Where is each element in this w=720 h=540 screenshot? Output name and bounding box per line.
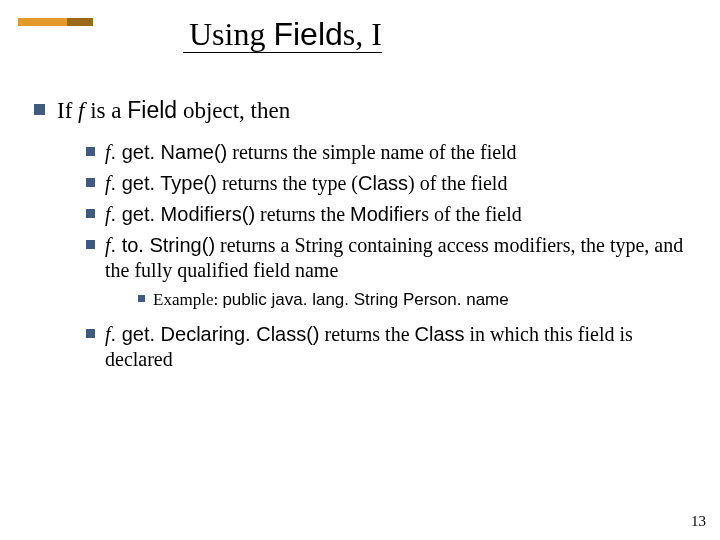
code: . get. Declaring. Class() <box>111 323 320 345</box>
bullet-text: Example: public java. lang. String Perso… <box>153 289 696 310</box>
code: . get. Modifiers() <box>111 203 255 225</box>
code: . get. Name() <box>111 141 228 163</box>
page-number: 13 <box>691 513 706 530</box>
bullet-level2: f. get. Modifiers() returns the Modifier… <box>86 202 696 227</box>
t: returns the <box>255 203 350 225</box>
bullet-text: f. get. Name() returns the simple name o… <box>105 140 696 165</box>
bullet-text: f. get. Modifiers() returns the Modifier… <box>105 202 696 227</box>
bullet-level2: f. get. Declaring. Class() returns the C… <box>86 322 696 372</box>
slide-title: Using Fields, I <box>183 16 382 53</box>
bullet-level2: f. to. String() returns a String contain… <box>86 233 696 283</box>
t: Example: <box>153 290 222 309</box>
slide-body: If f is a Field object, then f. get. Nam… <box>34 96 696 378</box>
bullet-level3: Example: public java. lang. String Perso… <box>138 289 696 310</box>
title-text-suffix: s, I <box>343 16 382 52</box>
title-area: Using Fields, I <box>18 18 382 53</box>
title-text-mono: Field <box>273 16 342 52</box>
t: returns the simple name of the field <box>227 141 516 163</box>
title-text-plain: Using <box>189 16 273 52</box>
code: Field <box>127 97 177 123</box>
bullet-text: f. get. Declaring. Class() returns the C… <box>105 322 696 372</box>
square-bullet-icon <box>34 104 45 115</box>
t: ) of the field <box>408 172 507 194</box>
bullet-text: f. to. String() returns a String contain… <box>105 233 696 283</box>
title-accent-bar <box>18 18 93 26</box>
square-bullet-icon <box>86 329 95 338</box>
square-bullet-icon <box>86 209 95 218</box>
bullet-level2: f. get. Name() returns the simple name o… <box>86 140 696 165</box>
code: Class <box>358 172 408 194</box>
code: . to. String() <box>111 234 215 256</box>
square-bullet-icon <box>138 295 145 302</box>
code: public java. lang. String Person. name <box>222 290 508 309</box>
bullet-text: If f is a Field object, then <box>57 96 696 126</box>
code: Modifier <box>350 203 421 225</box>
slide: Using Fields, I If f is a Field object, … <box>0 0 720 540</box>
square-bullet-icon <box>86 240 95 249</box>
t: object, then <box>177 98 290 123</box>
square-bullet-icon <box>86 147 95 156</box>
t: returns the <box>320 323 415 345</box>
code: . get. Type() <box>111 172 217 194</box>
t: is a <box>84 98 127 123</box>
bullet-text: f. get. Type() returns the type (Class) … <box>105 171 696 196</box>
bullet-level2: f. get. Type() returns the type (Class) … <box>86 171 696 196</box>
t: s of the field <box>421 203 522 225</box>
bullet-level1: If f is a Field object, then <box>34 96 696 126</box>
code: Class <box>415 323 465 345</box>
t: If <box>57 98 78 123</box>
square-bullet-icon <box>86 178 95 187</box>
t: returns the type ( <box>217 172 358 194</box>
